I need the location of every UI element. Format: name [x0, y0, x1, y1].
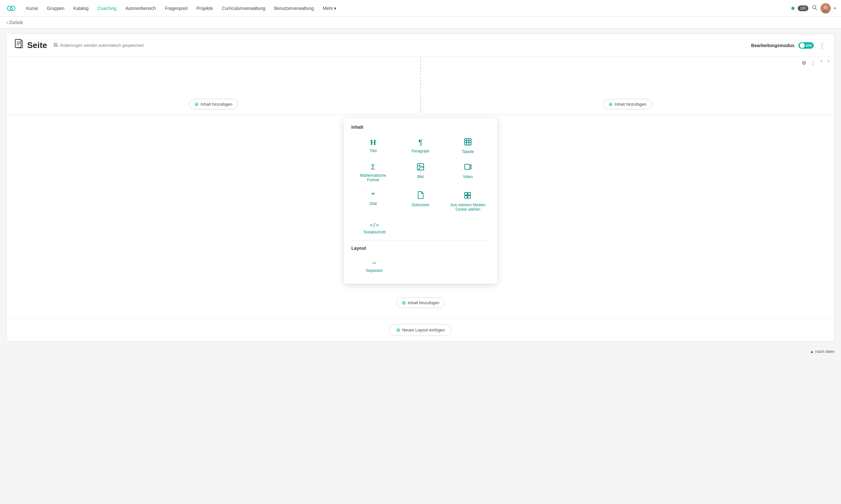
svg-rect-18 — [468, 193, 470, 195]
plus-icon-single: ⊕ — [401, 300, 406, 306]
popup-item-textabschnitt-label: Textabschnitt — [363, 230, 386, 234]
page-title: Seite — [27, 40, 47, 50]
document-icon — [417, 191, 424, 201]
popup-item-tabelle-label: Tabelle — [462, 149, 474, 154]
media-center-icon — [464, 191, 472, 201]
nav-gruppen[interactable]: Gruppen — [43, 4, 68, 13]
toggle-circle — [800, 43, 805, 48]
content-type-popup: Inhalt H Titel ¶ Paragraph — [344, 118, 497, 284]
add-content-single-button[interactable]: ⊕ Inhalt hinzufügen — [396, 298, 445, 308]
back-button[interactable]: ‹ Zurück — [6, 20, 23, 25]
video-icon — [464, 163, 472, 173]
plus-icon-left: ⊕ — [194, 101, 199, 107]
popup-item-tabelle[interactable]: Tabelle — [446, 135, 490, 157]
popup-item-paragraph-label: Paragraph — [412, 149, 429, 154]
nav-autorenbereich[interactable]: Autorenbereich — [122, 4, 160, 13]
popup-divider — [351, 240, 490, 240]
navbar: Kurse Gruppen Katalog Coaching Autorenbe… — [0, 0, 841, 17]
popup-item-medien[interactable]: Aus meinem Medien Center wählen — [446, 188, 490, 215]
new-layout-label: Neues Layout einfügen — [402, 328, 445, 332]
add-content-left-button[interactable]: ⊕ Inhalt hinzufügen — [189, 99, 238, 109]
mehr-chevron-icon: ▾ — [334, 6, 336, 11]
popup-wrapper: Inhalt H Titel ¶ Paragraph — [7, 115, 834, 287]
popup-item-titel-label: Titel — [370, 148, 377, 153]
popup-item-bild[interactable]: Bild — [399, 160, 442, 185]
nav-kurse[interactable]: Kurse — [22, 4, 42, 13]
popup-item-separator[interactable]: ↔ Separator — [351, 256, 397, 276]
autosave-text: Änderungen werden automatisch gespeicher… — [60, 43, 144, 48]
avatar[interactable] — [821, 3, 831, 14]
popup-content-grid: H Titel ¶ Paragraph — [351, 135, 490, 215]
nav-curriculumverwaltung[interactable]: Curriculumverwaltung — [218, 4, 269, 13]
layout-settings-button[interactable]: ⚙ — [800, 59, 808, 67]
popup-section-content-title: Inhalt — [351, 125, 490, 130]
edit-mode-toggle[interactable]: EIN — [799, 42, 814, 49]
nav-benutzerverwaltung[interactable]: Benutzerverwaltung — [270, 4, 318, 13]
svg-line-1 — [816, 8, 817, 10]
popup-item-paragraph[interactable]: ¶ Paragraph — [399, 135, 442, 157]
popup-item-formel-label: Mathematische Formel — [354, 173, 392, 182]
two-column-layout: ⚙ ⋮ ˅ ˄ ⊕ Inhalt hinzufügen ⊕ Inhalt hin… — [7, 57, 834, 115]
search-icon[interactable] — [811, 4, 817, 12]
sigma-icon: Σ — [371, 163, 375, 171]
layout-toolbar: ⚙ ⋮ ˅ ˄ — [797, 57, 834, 69]
svg-point-0 — [812, 5, 816, 9]
page-doc-icon — [14, 39, 23, 52]
user-caret-icon[interactable]: ▾ — [834, 6, 836, 11]
page-options-button[interactable]: ⋮ — [818, 40, 827, 51]
back-to-top-button[interactable]: ▲ nach oben — [0, 346, 841, 359]
edit-mode-controls: Bearbeitungsmodus EIN ⋮ — [751, 40, 827, 51]
layout-down-button[interactable]: ˅ — [818, 59, 825, 67]
nav-fragenpool[interactable]: Fragenpool — [161, 4, 192, 13]
page-container: Seite Änderungen werden automatisch gesp… — [6, 34, 835, 341]
back-bar: ‹ Zurück — [0, 17, 841, 29]
autosave-icon — [53, 42, 58, 48]
layout-up-button[interactable]: ˄ — [825, 59, 832, 67]
table-icon — [464, 138, 472, 148]
add-content-right-label: Inhalt hinzufügen — [614, 102, 646, 107]
add-content-left-label: Inhalt hinzufügen — [200, 102, 232, 107]
popup-item-bild-label: Bild — [417, 175, 424, 179]
add-content-right-button[interactable]: ⊕ Inhalt hinzufügen — [603, 99, 652, 109]
popup-item-zitat[interactable]: " Zitat — [351, 188, 395, 215]
nav-projekte[interactable]: Projekte — [193, 4, 216, 13]
popup-item-separator-label: Separator — [366, 268, 383, 273]
popup-item-formel[interactable]: Σ Mathematische Formel — [351, 160, 395, 185]
popup-item-medien-label: Aus meinem Medien Center wählen — [449, 203, 487, 212]
plus-icon-right: ⊕ — [608, 101, 613, 107]
svg-rect-9 — [465, 139, 471, 145]
content-area: ⚙ ⋮ ˅ ˄ ⊕ Inhalt hinzufügen ⊕ Inhalt hin… — [7, 57, 834, 341]
svg-rect-16 — [465, 164, 470, 169]
popup-item-titel[interactable]: H Titel — [351, 135, 395, 157]
paragraph-icon: ¶ — [418, 138, 423, 147]
code-icon: </> — [370, 222, 379, 228]
status-dot-icon — [791, 7, 794, 10]
svg-rect-19 — [465, 196, 467, 198]
edit-mode-label: Bearbeitungsmodus — [751, 43, 794, 48]
popup-section-layout-title: Layout — [351, 246, 490, 251]
svg-rect-17 — [465, 193, 467, 195]
new-layout-button[interactable]: ⊕ Neues Layout einfügen — [390, 324, 452, 336]
nav-mehr[interactable]: Mehr ▾ — [319, 4, 340, 13]
separator-icon: ↔ — [371, 259, 378, 266]
page-header: Seite Änderungen werden automatisch gesp… — [7, 34, 834, 57]
svg-point-15 — [419, 165, 420, 166]
nav-katalog[interactable]: Katalog — [70, 4, 92, 13]
single-column-row: ⊕ Inhalt hinzufügen — [7, 287, 834, 319]
column-left: ⊕ Inhalt hinzufügen — [7, 57, 421, 115]
popup-item-video[interactable]: Video — [446, 160, 490, 185]
quote-icon: " — [372, 191, 375, 199]
heading-icon: H — [370, 138, 376, 147]
nav-coaching[interactable]: Coaching — [94, 4, 121, 13]
add-content-single-label: Inhalt hinzufügen — [408, 300, 440, 305]
app-logo[interactable] — [5, 4, 17, 12]
popup-arrow — [417, 112, 424, 115]
layout-dots-button[interactable]: ⋮ — [809, 59, 818, 67]
toggle-label: EIN — [806, 43, 812, 48]
popup-item-textabschnitt[interactable]: </> Textabschnitt — [351, 219, 397, 238]
bottom-actions: ⊕ Neues Layout einfügen — [7, 319, 834, 341]
image-icon — [417, 163, 424, 173]
plus-icon-layout: ⊕ — [396, 327, 400, 333]
popup-item-dokument[interactable]: Dokument — [399, 188, 442, 215]
svg-point-3 — [824, 5, 827, 9]
